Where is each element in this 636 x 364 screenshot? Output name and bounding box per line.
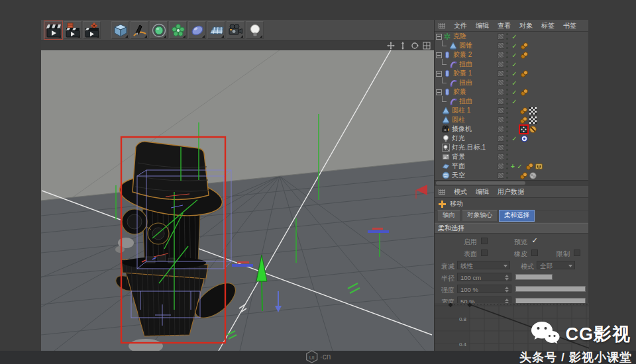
object-label[interactable]: 背景 (452, 152, 465, 161)
visibility-dots[interactable] (506, 52, 509, 58)
object-label[interactable]: 灯光.目标.1 (452, 143, 486, 152)
target-red-tag[interactable] (520, 126, 527, 133)
checker-tag[interactable] (529, 116, 537, 124)
visibility-dots[interactable] (506, 154, 509, 160)
viewport-3d[interactable] (41, 50, 434, 351)
object-label[interactable]: 扭曲 (459, 60, 472, 69)
enabled-check-icon[interactable]: ✓ (511, 42, 518, 50)
spline-pen-button[interactable] (131, 21, 148, 39)
layer-swatch[interactable] (498, 116, 504, 123)
visibility-dots[interactable] (506, 135, 509, 142)
visibility-dots[interactable] (506, 172, 509, 179)
visibility-dots[interactable] (506, 79, 509, 86)
menu-bookmarks[interactable]: 书签 (563, 21, 576, 30)
render-picture-viewer-button[interactable] (64, 21, 81, 39)
phong-tag[interactable] (520, 172, 527, 179)
zoom-icon[interactable] (399, 42, 407, 50)
render-view-button[interactable] (44, 21, 62, 39)
object-row[interactable]: 胶囊✓ (435, 87, 588, 97)
object-label[interactable]: 圆柱 (452, 115, 465, 124)
visibility-dots[interactable] (506, 89, 509, 95)
pan-icon[interactable] (387, 42, 395, 50)
object-row[interactable]: 圆锥✓ (435, 41, 588, 50)
phong-tag[interactable] (520, 116, 527, 124)
object-row[interactable]: 平面+✓ (435, 161, 588, 171)
object-row[interactable]: 背景 (435, 152, 588, 161)
object-label[interactable]: 克隆 (453, 32, 466, 41)
checker-tag[interactable] (529, 107, 537, 114)
layer-swatch[interactable] (498, 107, 504, 114)
orbit-icon[interactable] (411, 42, 419, 50)
graytex-tag[interactable] (529, 172, 537, 179)
object-manager-scrollbar[interactable] (435, 180, 588, 186)
menu-user-data[interactable]: 用户数据 (498, 187, 524, 197)
panel-grid-icon[interactable] (439, 189, 445, 195)
layer-swatch[interactable] (498, 79, 504, 86)
floor-button[interactable] (207, 21, 225, 39)
render-settings-button[interactable] (83, 21, 101, 39)
enabled-check-icon[interactable]: ✓ (511, 33, 518, 40)
object-row[interactable]: 扭曲✓ (435, 97, 588, 106)
expand-toggle-icon[interactable] (436, 34, 442, 40)
visibility-dots[interactable] (506, 42, 509, 49)
enabled-check-icon[interactable]: ✓ (511, 89, 518, 96)
restrict-checkbox[interactable] (574, 250, 580, 256)
object-row[interactable]: 灯光.目标.1 (435, 143, 588, 152)
layer-swatch[interactable] (498, 61, 504, 68)
generators-button[interactable] (150, 21, 168, 39)
visibility-dots[interactable] (506, 163, 509, 169)
visibility-dots[interactable] (506, 107, 509, 114)
enabled-check-icon[interactable]: ✓ (511, 61, 518, 68)
layer-swatch[interactable] (498, 154, 504, 160)
camera-button[interactable] (227, 21, 244, 39)
menu-file[interactable]: 文件 (454, 21, 467, 30)
object-label[interactable]: 天空 (452, 171, 465, 180)
visibility-dots[interactable] (506, 98, 509, 105)
deformers-button[interactable] (169, 21, 187, 39)
expand-toggle-icon[interactable] (436, 52, 442, 58)
object-row[interactable]: 胶囊 2✓ (435, 50, 588, 60)
strength-slider[interactable] (515, 286, 586, 292)
enable-checkbox[interactable] (481, 238, 488, 244)
layer-swatch[interactable] (498, 126, 504, 132)
object-row[interactable]: 胶囊 1✓ (435, 69, 588, 78)
metaball-button[interactable] (188, 21, 206, 39)
surface-checkbox[interactable] (481, 250, 488, 256)
menu-objects[interactable]: 对象 (519, 21, 533, 30)
object-label[interactable]: 平面 (452, 161, 465, 171)
layer-swatch[interactable] (498, 89, 504, 95)
object-label[interactable]: 摄像机 (452, 124, 472, 134)
object-label[interactable]: 扭曲 (459, 97, 472, 106)
eye-tag[interactable] (535, 163, 543, 170)
layer-swatch[interactable] (498, 52, 504, 58)
object-label[interactable]: 胶囊 1 (453, 69, 472, 78)
layer-swatch[interactable] (498, 144, 504, 151)
menu-view[interactable]: 查看 (498, 21, 511, 30)
tab-object-axis[interactable]: 对象轴心 (462, 210, 498, 222)
enabled-check-icon[interactable]: ✓ (516, 163, 523, 170)
toggle-view-icon[interactable] (423, 42, 431, 50)
object-label[interactable]: 胶囊 2 (453, 50, 472, 60)
layer-swatch[interactable] (498, 135, 504, 142)
tab-soft-selection[interactable]: 柔和选择 (499, 210, 535, 222)
menu-am-edit[interactable]: 编辑 (476, 187, 489, 197)
object-row[interactable]: 扭曲✓ (435, 60, 588, 69)
phong-tag[interactable] (526, 163, 533, 170)
object-row[interactable]: 圆柱 1 (435, 106, 588, 115)
layer-swatch[interactable] (498, 42, 504, 49)
viewport-scene[interactable] (41, 50, 434, 351)
phong-tag[interactable] (520, 107, 527, 114)
enabled-check-icon[interactable]: ✓ (511, 52, 518, 59)
rubber-checkbox[interactable] (531, 250, 538, 256)
object-row[interactable]: 克隆✓ (435, 32, 588, 41)
visibility-dots[interactable] (506, 33, 509, 40)
light-button[interactable] (246, 21, 264, 39)
expand-toggle-icon[interactable] (436, 71, 442, 77)
target-blue-tag[interactable] (521, 135, 528, 142)
strength-input[interactable]: 100 % (457, 285, 511, 293)
layer-swatch[interactable] (498, 98, 504, 105)
layer-swatch[interactable] (498, 172, 504, 179)
preview-checkbox[interactable]: ✓ (531, 238, 538, 244)
tab-axis[interactable]: 轴向 (437, 210, 460, 222)
phong-tag[interactable] (521, 52, 528, 59)
